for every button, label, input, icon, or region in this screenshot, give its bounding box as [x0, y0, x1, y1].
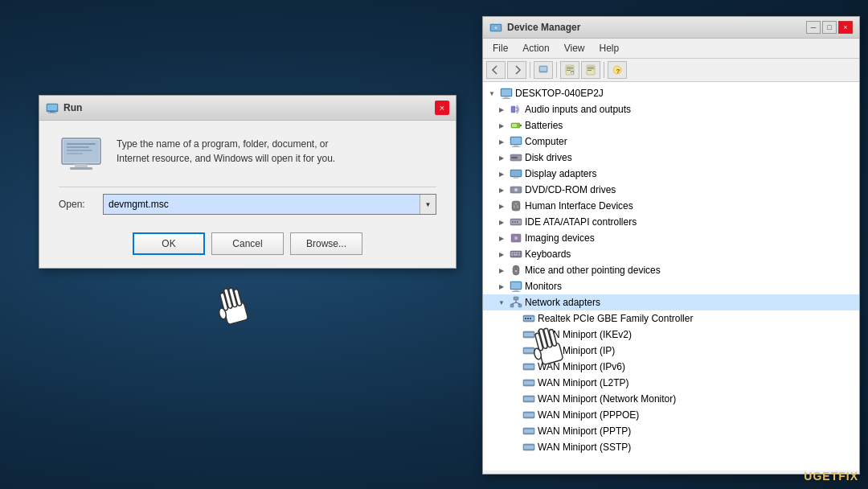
dm-forward-button[interactable] — [507, 61, 526, 79]
dm-item-dvd[interactable]: ▶ DVD/CD-ROM drives — [483, 182, 859, 198]
dm-root-chevron: ▼ — [486, 88, 497, 99]
run-cancel-button[interactable]: Cancel — [211, 232, 284, 255]
run-titlebar: Run × — [39, 96, 456, 121]
dm-item-batteries[interactable]: ▶ Batteries — [483, 117, 859, 134]
dm-up-button[interactable] — [534, 61, 553, 79]
dm-back-button[interactable] — [486, 61, 506, 79]
dm-wan-pptp-label: WAN Miniport (PPTP) — [538, 425, 631, 437]
svg-rect-53 — [514, 205, 515, 208]
dm-item-wan-ip[interactable]: ▶ WAN Miniport (IP) — [483, 343, 859, 359]
device-manager-window: Device Manager ─ □ × File Action View He… — [482, 16, 860, 475]
svg-rect-77 — [514, 290, 518, 291]
dm-item-wan-pppoe[interactable]: ▶ WAN Miniport (PPPOE) — [483, 407, 859, 423]
dm-close-button[interactable]: × — [838, 21, 853, 34]
svg-rect-20 — [567, 70, 571, 71]
svg-rect-101 — [524, 413, 534, 417]
dm-monitors-chevron: ▶ — [496, 281, 507, 292]
dm-wan-pppoe-label: WAN Miniport (PPPOE) — [538, 409, 639, 421]
svg-rect-2 — [50, 112, 55, 113]
svg-rect-65 — [511, 253, 513, 254]
dm-item-wan-sstp[interactable]: ▶ WAN Miniport (SSTP) — [483, 439, 859, 455]
svg-rect-99 — [524, 397, 534, 401]
dm-imaging-chevron: ▶ — [496, 232, 507, 244]
dm-minimize-button[interactable]: ─ — [806, 21, 821, 34]
svg-rect-39 — [511, 138, 521, 144]
svg-rect-105 — [524, 446, 534, 449]
svg-point-14 — [494, 27, 497, 30]
run-dropdown-button[interactable]: ▼ — [420, 195, 436, 214]
dm-dvd-chevron: ▶ — [496, 184, 507, 195]
dm-item-wan-pptp[interactable]: ▶ WAN Miniport (PPTP) — [483, 423, 859, 439]
svg-rect-95 — [524, 365, 534, 368]
svg-rect-81 — [518, 304, 522, 307]
dm-wan-pppoe-icon — [522, 409, 535, 421]
dm-item-wan-l2tp[interactable]: ▶ WAN Miniport (L2TP) — [483, 375, 859, 391]
dm-item-wan-ipv6[interactable]: ▶ WAN Miniport (IPv6) — [483, 359, 859, 375]
svg-rect-31 — [502, 89, 511, 96]
dm-menu-help[interactable]: Help — [593, 40, 626, 56]
dm-disable-button[interactable] — [581, 61, 600, 79]
svg-rect-93 — [524, 349, 534, 352]
dm-maximize-button[interactable]: □ — [822, 21, 837, 34]
dm-item-computer[interactable]: ▶ Computer — [483, 134, 859, 150]
dm-item-wan-netmon[interactable]: ▶ WAN Miniport (Network Monitor) — [483, 391, 859, 407]
svg-rect-23 — [571, 72, 574, 73]
run-description-line1: Type the name of a program, folder, docu… — [117, 137, 335, 151]
dm-item-imaging[interactable]: ▶ Imaging devices — [483, 230, 859, 246]
run-title-icon — [46, 101, 59, 114]
dm-item-mice[interactable]: ▶ Mice and other pointing devices — [483, 262, 859, 278]
dm-item-keyboards[interactable]: ▶ Keyboards — [483, 246, 859, 262]
dm-item-display[interactable]: ▶ Display adapters — [483, 166, 859, 182]
dm-menu-action[interactable]: Action — [516, 40, 555, 56]
dm-titlebar: Device Manager ─ □ × — [483, 17, 859, 39]
run-browse-button[interactable]: Browse... — [290, 232, 362, 255]
svg-rect-1 — [47, 105, 57, 110]
run-monitor-icon — [59, 137, 104, 172]
svg-rect-33 — [502, 98, 510, 99]
dm-wan-ikev2-label: WAN Miniport (IKEv2) — [538, 329, 632, 340]
svg-rect-68 — [518, 253, 520, 254]
dm-item-disk[interactable]: ▶ Disk drives — [483, 150, 859, 166]
dm-display-icon — [510, 167, 522, 180]
dm-item-hid[interactable]: ▶ Human Interface Devices — [483, 198, 859, 214]
dm-item-ide[interactable]: ▶ IDE ATA/ATAPI controllers — [483, 214, 859, 230]
dm-keyboards-icon — [510, 248, 522, 261]
dm-wan-sstp-icon — [522, 441, 535, 454]
dm-wan-netmon-icon — [522, 392, 535, 405]
dm-item-wan-ikev2[interactable]: ▶ WAN Miniport (IKEv2) — [483, 327, 859, 343]
dm-help-button[interactable]: ? — [608, 61, 627, 79]
dm-menu-file[interactable]: File — [486, 40, 514, 56]
run-ok-button[interactable]: OK — [133, 232, 205, 255]
dm-dvd-icon — [510, 183, 522, 196]
dm-item-network[interactable]: ▼ Network adapters — [483, 294, 859, 310]
svg-rect-88 — [527, 318, 529, 319]
run-close-button[interactable]: × — [435, 101, 449, 115]
dm-network-label: Network adapters — [525, 297, 600, 308]
dm-item-monitors[interactable]: ▶ Monitors — [483, 278, 859, 294]
run-input[interactable] — [104, 195, 420, 214]
dm-wan-netmon-label: WAN Miniport (Network Monitor) — [538, 393, 676, 405]
dm-root-node[interactable]: ▼ DESKTOP-040EP2J — [483, 85, 859, 101]
dm-ide-chevron: ▶ — [496, 216, 507, 228]
dm-dvd-label: DVD/CD-ROM drives — [525, 184, 616, 195]
dm-item-audio[interactable]: ▶ Audio inputs and outputs — [483, 101, 859, 117]
dm-computer-chevron: ▶ — [496, 136, 507, 147]
dm-display-label: Display adapters — [525, 168, 596, 179]
svg-point-44 — [518, 157, 520, 158]
dm-toolbar: ? — [483, 59, 859, 82]
dm-item-realtek[interactable]: ▶ Realtek PCIe GBE Family Controller — [483, 310, 859, 327]
svg-rect-9 — [67, 146, 89, 148]
dm-wan-l2tp-label: WAN Miniport (L2TP) — [538, 377, 629, 388]
dm-menu-view[interactable]: View — [558, 40, 592, 56]
svg-rect-91 — [524, 333, 534, 336]
dm-mice-chevron: ▶ — [496, 265, 507, 276]
dm-imaging-label: Imaging devices — [525, 232, 595, 244]
dm-properties-button[interactable] — [560, 61, 579, 79]
svg-rect-58 — [512, 221, 514, 223]
svg-rect-78 — [512, 291, 520, 292]
dm-wan-ipv6-icon — [522, 360, 535, 373]
svg-rect-69 — [511, 254, 513, 256]
dm-tree: ▼ DESKTOP-040EP2J ▶ Audio — [483, 82, 859, 471]
svg-rect-66 — [514, 253, 515, 254]
dm-wan-pptp-icon — [522, 425, 535, 438]
